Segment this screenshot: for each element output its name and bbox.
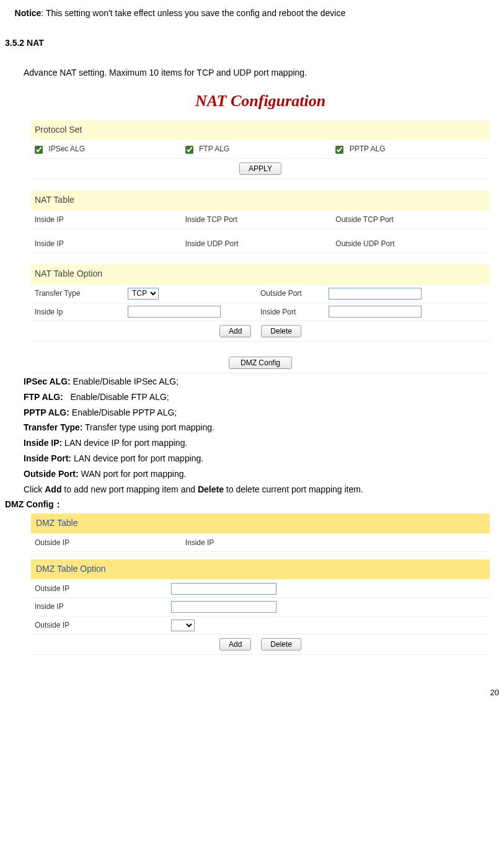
dmz-add-delete-row: Add Delete (31, 634, 490, 655)
inside-port-label: Inside Port (260, 306, 329, 318)
def-ftp: FTP ALG: Enable/Disable FTP ALG; (24, 390, 499, 405)
notice-line: Notice: This setting won't take effect u… (5, 6, 499, 21)
dmz-delete-button[interactable]: Delete (261, 638, 301, 651)
nat-table-heading: NAT Table (31, 190, 490, 211)
nat-option-row-1: Transfer Type TCP Outside Port (31, 285, 490, 303)
def-inside-port: Inside Port: LAN device port for port ma… (24, 451, 499, 466)
ipsec-alg-label: IPSec ALG (48, 144, 85, 153)
dmz-panel: DMZ Table Outside IP Inside IP DMZ Table… (31, 514, 490, 661)
dmz-opt-inside-label: Inside IP (35, 600, 171, 613)
add-button[interactable]: Add (219, 325, 251, 337)
ipsec-alg-checkbox[interactable] (35, 146, 43, 154)
dmz-gap2 (31, 655, 490, 661)
section-heading: 3.5.2 NAT (5, 36, 499, 51)
transfer-type-label: Transfer Type (35, 287, 128, 300)
ftp-alg-checkbox[interactable] (185, 146, 193, 154)
intro-text: Advance NAT setting. Maximum 10 items fo… (24, 66, 499, 81)
def-transfer-type: Transfer Type: Transfer type using port … (24, 420, 499, 435)
nat-config-panel: NAT Configuration Protocol Set IPSec ALG… (31, 85, 490, 373)
dmz-gap (31, 552, 490, 559)
panel-title: NAT Configuration (31, 85, 490, 120)
gap2 (31, 253, 490, 264)
dmz-table-row: Outside IP Inside IP (31, 534, 490, 552)
dmz-config-row: DMZ Config (31, 353, 490, 373)
def-pptp: PPTP ALG: Enable/Disable PPTP ALG; (24, 406, 499, 420)
notice-label: Notice (15, 8, 42, 18)
def-outside-port: Outside Port: WAN port for port mapping. (24, 467, 499, 482)
def-ipsec: IPSec ALG: Enable/Disable IPSec ALG; (24, 375, 499, 389)
dmz-opt-outside-label: Outside IP (35, 582, 171, 595)
protocol-set-heading: Protocol Set (31, 120, 490, 141)
nat-option-heading: NAT Table Option (31, 264, 490, 285)
protocol-set-row: IPSec ALG FTP ALG PPTP ALG (31, 140, 490, 158)
dmz-table-heading: DMZ Table (31, 514, 490, 534)
page-number: 20 (5, 686, 499, 700)
inside-ip-label: Inside Ip (35, 306, 128, 318)
nat-r2-c2: Inside UDP Port (185, 239, 239, 248)
dmz-inside-ip-label: Inside IP (185, 538, 214, 547)
apply-row: APPLY (31, 159, 490, 179)
add-delete-row: Add Delete (31, 321, 490, 342)
nat-option-row-2: Inside Ip Inside Port (31, 303, 490, 321)
pptp-alg-label: PPTP ALG (350, 144, 386, 153)
gap (31, 179, 490, 190)
delete-button[interactable]: Delete (261, 325, 301, 337)
nat-table-row-1: Inside IP Inside TCP Port Outside TCP Po… (31, 211, 490, 229)
nat-r1-c2: Inside TCP Port (185, 215, 237, 224)
nat-table-row-2: Inside IP Inside UDP Port Outside UDP Po… (31, 229, 490, 253)
dmz-option-heading: DMZ Table Option (31, 559, 490, 580)
dmz-add-button[interactable]: Add (219, 638, 251, 651)
notice-text: : This setting won't take effect unless … (41, 8, 345, 18)
ftp-alg-label: FTP ALG (199, 144, 229, 153)
dmz-outside-ip-input[interactable] (171, 583, 276, 595)
inside-ip-input[interactable] (128, 306, 221, 318)
dmz-opt-row-3: Outside IP (31, 616, 490, 634)
dmz-opt-outside2-label: Outside IP (35, 619, 171, 631)
pptp-alg-checkbox[interactable] (335, 146, 343, 154)
dmz-opt-row-2: Inside IP (31, 598, 490, 616)
nat-r2-c1: Inside IP (35, 239, 64, 248)
apply-button[interactable]: APPLY (239, 162, 281, 175)
def-inside-ip: Inside IP: LAN device IP for port mappin… (24, 436, 499, 451)
dmz-config-heading: DMZ Config： (5, 497, 499, 512)
dmz-inside-ip-input[interactable] (171, 601, 276, 613)
dmz-outside-ip-label: Outside IP (35, 538, 69, 547)
nat-r1-c1: Inside IP (35, 215, 64, 224)
nat-r2-c3: Outside UDP Port (335, 239, 394, 248)
gap3 (31, 342, 490, 353)
dmz-config-button[interactable]: DMZ Config (229, 357, 292, 369)
click-add-delete-line: Click Add to add new port mapping item a… (24, 482, 499, 497)
transfer-type-select[interactable]: TCP (128, 288, 159, 300)
outside-port-input[interactable] (329, 288, 422, 300)
dmz-opt-row-1: Outside IP (31, 580, 490, 598)
nat-r1-c3: Outside TCP Port (335, 215, 394, 224)
dmz-outside-ip-select[interactable] (171, 620, 195, 631)
outside-port-label: Outside Port (260, 287, 329, 300)
inside-port-input[interactable] (329, 306, 422, 318)
